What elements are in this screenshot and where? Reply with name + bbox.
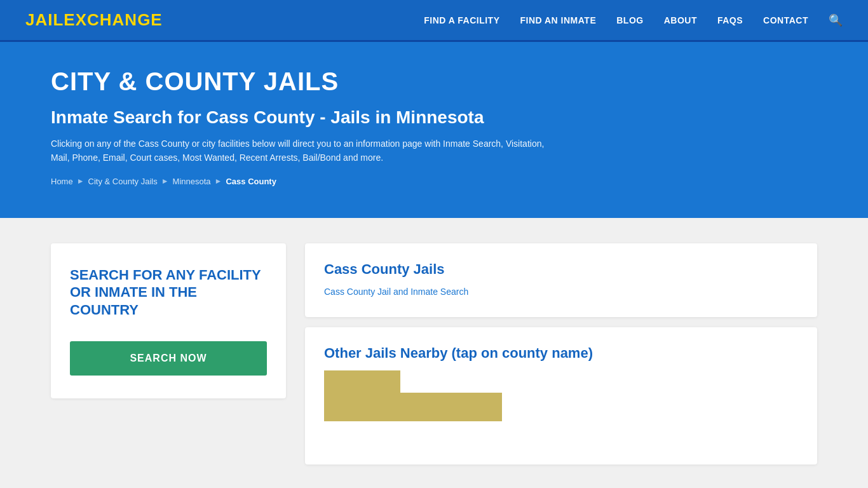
hero-section: CITY & COUNTY JAILS Inmate Search for Ca… bbox=[0, 42, 868, 218]
site-logo[interactable]: JAILEXCHANGE bbox=[25, 10, 163, 30]
map-shape-bottom bbox=[324, 393, 502, 421]
jails-card-title: Cass County Jails bbox=[324, 261, 798, 278]
breadcrumb: Home ► City & County Jails ► Minnesota ►… bbox=[51, 177, 817, 186]
page-title: CITY & COUNTY JAILS bbox=[51, 67, 817, 96]
county-map bbox=[324, 370, 798, 447]
nav-blog[interactable]: BLOG bbox=[616, 15, 643, 25]
breadcrumb-sep-3: ► bbox=[215, 177, 222, 186]
search-now-button[interactable]: SEARCH NOW bbox=[70, 341, 267, 376]
results-panel: Cass County Jails Cass County Jail and I… bbox=[305, 243, 817, 464]
header: JAILEXCHANGE FIND A FACILITY FIND AN INM… bbox=[0, 0, 868, 42]
nav-about[interactable]: ABOUT bbox=[664, 15, 697, 25]
main-nav: FIND A FACILITY FIND AN INMATE BLOG ABOU… bbox=[424, 13, 843, 27]
hero-subtitle: Inmate Search for Cass County - Jails in… bbox=[51, 107, 817, 128]
logo-jail: JAIL bbox=[25, 10, 64, 29]
search-promo-text: SEARCH FOR ANY FACILITY OR INMATE IN THE… bbox=[70, 266, 267, 319]
nearby-jails-card: Other Jails Nearby (tap on county name) bbox=[305, 327, 817, 464]
nav-contact[interactable]: CONTACT bbox=[763, 15, 808, 25]
nav-find-facility[interactable]: FIND A FACILITY bbox=[424, 15, 499, 25]
main-content: SEARCH FOR ANY FACILITY OR INMATE IN THE… bbox=[0, 218, 868, 488]
cass-county-jails-card: Cass County Jails Cass County Jail and I… bbox=[305, 243, 817, 317]
nearby-card-title: Other Jails Nearby (tap on county name) bbox=[324, 345, 798, 362]
logo-exchange: EXCHANGE bbox=[64, 10, 162, 29]
breadcrumb-sep-1: ► bbox=[77, 177, 85, 186]
breadcrumb-current: Cass County bbox=[226, 177, 276, 186]
breadcrumb-city-county[interactable]: City & County Jails bbox=[88, 177, 158, 186]
cass-county-jail-link[interactable]: Cass County Jail and Inmate Search bbox=[324, 287, 798, 297]
hero-description: Clicking on any of the Cass County or ci… bbox=[51, 137, 546, 165]
breadcrumb-home[interactable]: Home bbox=[51, 177, 73, 186]
breadcrumb-state[interactable]: Minnesota bbox=[173, 177, 211, 186]
nav-faqs[interactable]: FAQs bbox=[717, 15, 743, 25]
breadcrumb-sep-2: ► bbox=[161, 177, 169, 186]
search-panel: SEARCH FOR ANY FACILITY OR INMATE IN THE… bbox=[51, 243, 286, 399]
nav-find-inmate[interactable]: FIND AN INMATE bbox=[520, 15, 596, 25]
search-icon[interactable]: 🔍 bbox=[829, 13, 843, 27]
